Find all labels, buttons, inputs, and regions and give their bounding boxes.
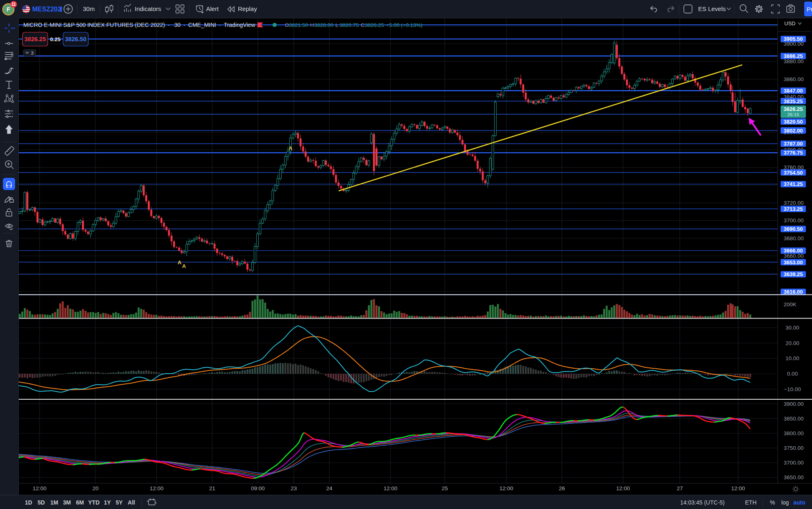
svg-text:6M: 6M (76, 499, 84, 506)
svg-text:1M: 1M (50, 499, 58, 506)
svg-text:%: % (770, 499, 775, 506)
svg-text:ETH: ETH (745, 499, 757, 506)
svg-text:5D: 5D (38, 499, 45, 506)
svg-text:24: 24 (326, 485, 333, 491)
svg-text:3905.50: 3905.50 (784, 36, 803, 42)
svg-text:1Y: 1Y (104, 499, 111, 506)
svg-text:12:00: 12:00 (499, 485, 513, 491)
svg-text:3700.00: 3700.00 (784, 460, 804, 466)
svg-text:auto: auto (793, 499, 805, 506)
svg-text:11: 11 (11, 2, 16, 7)
svg-text:3700.00: 3700.00 (784, 217, 804, 224)
svg-text:09:00: 09:00 (251, 485, 265, 491)
svg-text:3835.25: 3835.25 (784, 98, 803, 104)
svg-text:3802.00: 3802.00 (784, 128, 803, 134)
svg-text:3847.00: 3847.00 (784, 88, 803, 94)
svg-text:Indicators: Indicators (135, 5, 161, 12)
svg-text:10.00: 10.00 (785, 355, 799, 361)
svg-text:3850.00: 3850.00 (784, 416, 804, 422)
svg-text:26: 26 (559, 485, 565, 491)
svg-text:3800.00: 3800.00 (784, 430, 804, 436)
svg-text:3826.25: 3826.25 (784, 106, 803, 112)
svg-text:27: 27 (677, 485, 683, 491)
svg-text:3680.00: 3680.00 (784, 235, 804, 241)
svg-text:−10.00: −10.00 (784, 386, 801, 392)
svg-text:YTD: YTD (88, 499, 100, 506)
svg-text:3713.25: 3713.25 (784, 206, 803, 212)
svg-text:H: H (310, 22, 314, 28)
svg-text:3886.25: 3886.25 (784, 53, 803, 59)
svg-text:200K: 200K (783, 301, 796, 308)
svg-text:3826.25: 3826.25 (24, 36, 46, 42)
svg-text:20.00: 20.00 (785, 340, 799, 346)
svg-text:3776.75: 3776.75 (784, 150, 803, 156)
svg-text:A: A (177, 259, 182, 266)
svg-text:3754.50: 3754.50 (784, 170, 803, 176)
svg-text:3690.50: 3690.50 (784, 226, 803, 232)
svg-text:30.00: 30.00 (785, 325, 799, 331)
svg-text:Alert: Alert (206, 5, 219, 12)
svg-text:A: A (288, 145, 293, 151)
svg-text:3650.00: 3650.00 (784, 474, 804, 480)
svg-text:3616.00: 3616.00 (784, 289, 803, 295)
svg-text:3880.00: 3880.00 (784, 58, 804, 64)
svg-text:3821.50: 3821.50 (289, 22, 308, 28)
svg-text:23: 23 (291, 485, 297, 491)
svg-text:12:00: 12:00 (731, 485, 745, 491)
svg-text:3: 3 (31, 51, 33, 55)
svg-text:Pu: Pu (807, 6, 812, 13)
svg-text:3750.00: 3750.00 (784, 445, 804, 451)
svg-text:3826.25: 3826.25 (365, 22, 384, 28)
svg-text:26:15: 26:15 (788, 112, 799, 117)
svg-text:3860.00: 3860.00 (784, 76, 804, 82)
svg-text:3720.00: 3720.00 (784, 200, 804, 206)
svg-text:ES Levels: ES Levels (698, 5, 726, 12)
svg-text:3787.00: 3787.00 (784, 141, 803, 147)
svg-text:O: O (285, 22, 289, 28)
svg-text:12:00: 12:00 (384, 485, 397, 491)
svg-text:30m: 30m (83, 5, 95, 12)
svg-text:20: 20 (92, 485, 98, 491)
svg-text:5Y: 5Y (115, 499, 123, 506)
svg-text:1D: 1D (25, 499, 32, 506)
svg-text:3820.50: 3820.50 (784, 119, 803, 125)
svg-text:All: All (128, 499, 135, 506)
svg-text:3653.00: 3653.00 (784, 259, 803, 266)
svg-text:3828.00: 3828.00 (314, 22, 333, 28)
svg-text:3741.25: 3741.25 (784, 181, 803, 187)
svg-text:12:00: 12:00 (150, 485, 164, 491)
svg-text:3M: 3M (63, 499, 71, 506)
svg-text:log: log (781, 499, 789, 506)
svg-text:12:00: 12:00 (616, 485, 630, 491)
svg-text:A: A (182, 263, 186, 269)
svg-text:0.25: 0.25 (50, 36, 60, 42)
svg-text:MESZ202: MESZ202 (32, 6, 61, 13)
svg-text:12:00: 12:00 (33, 485, 47, 491)
svg-text:F: F (7, 6, 10, 13)
svg-text:MICRO E-MINI S&P 500 INDEX FUT: MICRO E-MINI S&P 500 INDEX FUTURES (DEC … (23, 22, 255, 28)
svg-text:USD: USD (784, 20, 795, 27)
svg-text:21: 21 (209, 485, 215, 491)
svg-text:14:03:45 (UTC-5): 14:03:45 (UTC-5) (680, 499, 725, 506)
svg-text:3826.50: 3826.50 (65, 36, 86, 42)
svg-text:+5.00 (+0.13%): +5.00 (+0.13%) (386, 22, 423, 28)
svg-text:L: L (335, 22, 338, 28)
svg-text:0.00: 0.00 (787, 371, 798, 377)
svg-text:3639.25: 3639.25 (784, 271, 803, 277)
svg-text:25: 25 (441, 485, 448, 491)
svg-text:3900.00: 3900.00 (784, 401, 804, 407)
svg-text:3820.75: 3820.75 (339, 22, 359, 28)
svg-text:3666.00: 3666.00 (784, 248, 803, 254)
svg-text:C: C (361, 22, 364, 28)
svg-text:Replay: Replay (238, 5, 257, 12)
